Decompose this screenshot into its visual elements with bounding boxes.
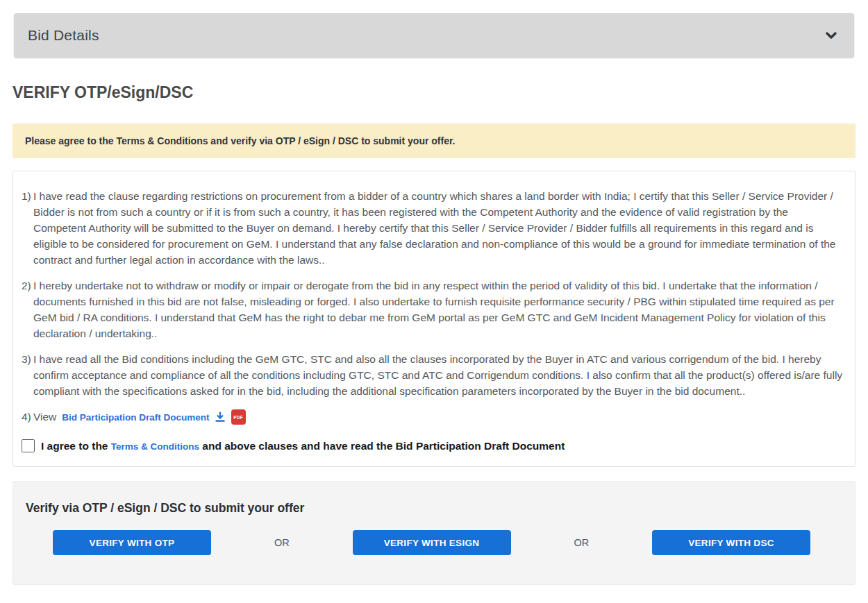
chevron-down-icon[interactable] bbox=[825, 29, 837, 42]
or-separator-1: OR bbox=[274, 537, 290, 548]
verify-with-otp-button[interactable]: VERIFY WITH OTP bbox=[53, 530, 211, 555]
clause-1-number: 1) bbox=[22, 188, 33, 268]
clause-4-view-label: View bbox=[33, 411, 56, 423]
bid-participation-draft-link[interactable]: Bid Participation Draft Document bbox=[62, 412, 209, 423]
verify-with-esign-button[interactable]: VERIFY WITH ESIGN bbox=[353, 530, 511, 555]
clause-1: 1) I have read the clause regarding rest… bbox=[22, 188, 844, 268]
verify-with-dsc-button[interactable]: VERIFY WITH DSC bbox=[652, 530, 810, 555]
agree-checkbox[interactable] bbox=[22, 439, 35, 452]
terms-alert-message: Please agree to the Terms & Conditions a… bbox=[25, 135, 456, 146]
clause-4-number: 4) bbox=[22, 411, 33, 423]
agree-text-after: and above clauses and have read the Bid … bbox=[199, 440, 565, 452]
clause-1-text: I have read the clause regarding restric… bbox=[33, 188, 844, 268]
or-separator-2: OR bbox=[574, 537, 589, 548]
verify-panel-title: Verify via OTP / eSign / DSC to submit y… bbox=[13, 482, 855, 516]
bid-details-accordion-header[interactable]: Bid Details bbox=[14, 13, 854, 58]
clause-2: 2) I hereby undertake not to withdraw or… bbox=[22, 278, 844, 341]
clause-3: 3) I have read all the Bid conditions in… bbox=[22, 351, 844, 399]
clause-3-number: 3) bbox=[22, 351, 33, 399]
verify-panel: Verify via OTP / eSign / DSC to submit y… bbox=[12, 481, 856, 585]
clauses-box: 1) I have read the clause regarding rest… bbox=[12, 171, 856, 467]
agree-row: I agree to the Terms & Conditions and ab… bbox=[22, 439, 844, 452]
pdf-file-icon[interactable]: PDF bbox=[231, 409, 246, 425]
clause-2-number: 2) bbox=[22, 278, 33, 341]
clause-2-text: I hereby undertake not to withdraw or mo… bbox=[33, 278, 844, 341]
verify-buttons-row: VERIFY WITH OTP OR VERIFY WITH ESIGN OR … bbox=[13, 530, 855, 555]
accordion-title: Bid Details bbox=[28, 27, 99, 44]
download-icon[interactable] bbox=[215, 411, 226, 423]
agree-label: I agree to the Terms & Conditions and ab… bbox=[41, 440, 565, 452]
agree-text-before: I agree to the bbox=[41, 440, 111, 452]
page-title: VERIFY OTP/eSign/DSC bbox=[12, 83, 856, 102]
terms-and-conditions-link[interactable]: Terms & Conditions bbox=[111, 441, 199, 452]
clause-3-text: I have read all the Bid conditions inclu… bbox=[33, 351, 844, 399]
terms-alert-banner: Please agree to the Terms & Conditions a… bbox=[12, 124, 856, 158]
clause-4: 4) View Bid Participation Draft Document… bbox=[22, 409, 844, 425]
